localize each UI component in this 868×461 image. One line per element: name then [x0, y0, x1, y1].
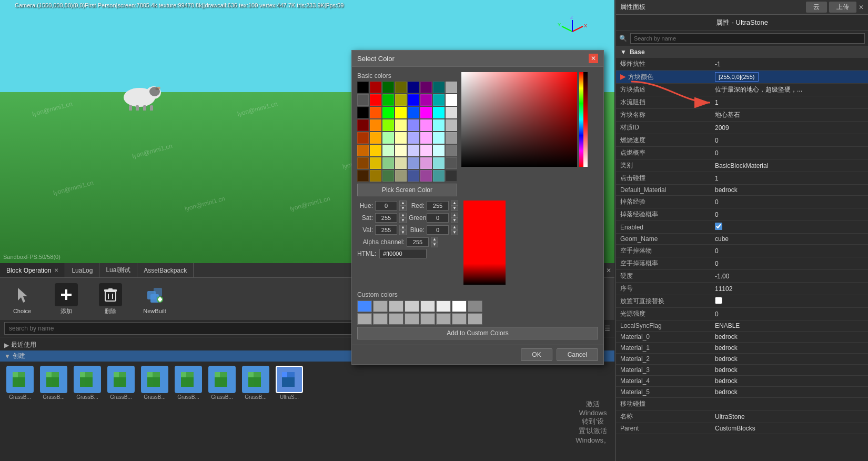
- sat-down[interactable]: ▼: [399, 218, 407, 223]
- custom-swatch[interactable]: [389, 313, 403, 325]
- color-swatch[interactable]: [370, 82, 381, 93]
- tab-close-all-icon[interactable]: ✕: [606, 267, 611, 274]
- sat-up[interactable]: ▲: [399, 213, 407, 218]
- color-swatch[interactable]: [395, 145, 407, 156]
- color-swatch[interactable]: [408, 94, 419, 106]
- list-item[interactable]: GrassB...: [4, 366, 36, 400]
- green-up[interactable]: ▲: [451, 213, 458, 218]
- choice-tool[interactable]: Choice: [11, 284, 34, 314]
- props-scroll[interactable]: 爆炸抗性-1▶方块颜色[255,0,0](255)方块描述位于最深的地心，超级坚…: [616, 58, 868, 461]
- table-row[interactable]: 爆炸抗性-1: [616, 58, 868, 71]
- color-swatch[interactable]: [370, 132, 381, 144]
- table-row[interactable]: ParentCustomBlocks: [616, 423, 868, 434]
- color-swatch[interactable]: [420, 132, 432, 144]
- list-item[interactable]: GrassB...: [105, 366, 137, 400]
- color-swatch[interactable]: [433, 119, 445, 131]
- color-gradient[interactable]: [461, 72, 577, 167]
- color-swatch[interactable]: [446, 145, 457, 156]
- search-menu-icon[interactable]: ☰: [604, 325, 610, 332]
- color-swatch[interactable]: [433, 157, 445, 169]
- add-to-custom-button[interactable]: Add to Custom Colors: [357, 327, 598, 339]
- red-input[interactable]: [427, 201, 449, 211]
- color-swatch[interactable]: [420, 170, 432, 182]
- color-swatch[interactable]: [395, 107, 407, 118]
- color-swatch[interactable]: [446, 107, 457, 118]
- color-swatch[interactable]: [370, 157, 381, 169]
- color-swatch[interactable]: [446, 132, 457, 144]
- blue-input[interactable]: [427, 225, 449, 235]
- add-tool[interactable]: 添加: [55, 283, 78, 315]
- table-row[interactable]: 燃烧速度0: [616, 134, 868, 147]
- color-swatch[interactable]: [408, 170, 419, 182]
- color-swatch[interactable]: [420, 157, 432, 169]
- list-item[interactable]: GrassB...: [173, 366, 204, 400]
- color-swatch[interactable]: [420, 107, 432, 118]
- table-row[interactable]: Default_Materialbedrock: [616, 185, 868, 196]
- delete-tool[interactable]: 删除: [99, 283, 122, 315]
- color-swatch[interactable]: [446, 157, 457, 169]
- color-swatch[interactable]: [382, 107, 394, 118]
- custom-swatch[interactable]: [468, 313, 482, 325]
- color-swatch[interactable]: [408, 132, 419, 144]
- color-swatch[interactable]: [382, 132, 394, 144]
- dialog-close-button[interactable]: ✕: [589, 54, 598, 63]
- color-swatch[interactable]: [357, 82, 369, 93]
- color-swatch[interactable]: [395, 132, 407, 144]
- table-row[interactable]: 序号11102: [616, 283, 868, 295]
- color-swatch[interactable]: [370, 119, 381, 131]
- custom-swatch[interactable]: [373, 300, 388, 312]
- blue-up[interactable]: ▲: [451, 225, 458, 230]
- color-swatch[interactable]: [420, 94, 432, 106]
- color-swatch[interactable]: [357, 132, 369, 144]
- table-row[interactable]: 硬度-1.00: [616, 270, 868, 283]
- table-row[interactable]: Material_3bedrock: [616, 365, 868, 376]
- cloud-button[interactable]: 云: [806, 2, 827, 13]
- table-row[interactable]: 移动碰撞: [616, 398, 868, 410]
- custom-swatch[interactable]: [373, 313, 388, 325]
- table-row[interactable]: 掉落经验0: [616, 196, 868, 208]
- color-swatch[interactable]: [357, 157, 369, 169]
- newbuilt-tool[interactable]: NewBuilt: [143, 284, 166, 314]
- red-up[interactable]: ▲: [451, 201, 458, 206]
- color-swatch[interactable]: [395, 82, 407, 93]
- custom-swatch[interactable]: [452, 313, 467, 325]
- list-item[interactable]: UltraS...: [274, 366, 305, 400]
- cancel-button[interactable]: Cancel: [557, 348, 598, 361]
- table-row[interactable]: 类别BasicBlockMaterial: [616, 159, 868, 172]
- color-swatch[interactable]: [395, 170, 407, 182]
- val-up[interactable]: ▲: [399, 225, 407, 230]
- color-swatch[interactable]: [433, 170, 445, 182]
- color-swatch[interactable]: [382, 82, 394, 93]
- custom-swatch[interactable]: [357, 313, 372, 325]
- color-swatch[interactable]: [446, 94, 457, 106]
- color-swatch[interactable]: [433, 82, 445, 93]
- color-swatch[interactable]: [357, 107, 369, 118]
- table-row[interactable]: 点击碰撞1: [616, 172, 868, 185]
- tab-block-operation[interactable]: Block Operation ✕: [0, 263, 65, 277]
- table-row[interactable]: 放置可直接替换: [616, 295, 868, 308]
- table-row[interactable]: ▶方块颜色[255,0,0](255): [616, 71, 868, 84]
- val-input[interactable]: [375, 225, 397, 235]
- custom-swatch[interactable]: [436, 300, 451, 312]
- color-swatch[interactable]: [433, 132, 445, 144]
- custom-swatch[interactable]: [468, 300, 482, 312]
- table-row[interactable]: Material_1bedrock: [616, 343, 868, 354]
- list-item[interactable]: GrassB...: [38, 366, 69, 400]
- red-down[interactable]: ▼: [451, 206, 458, 211]
- custom-swatch[interactable]: [420, 300, 435, 312]
- color-swatch[interactable]: [395, 157, 407, 169]
- color-swatch[interactable]: [408, 119, 419, 131]
- table-row[interactable]: Material_5bedrock: [616, 387, 868, 398]
- val-down[interactable]: ▼: [399, 230, 407, 235]
- color-swatch[interactable]: [446, 82, 457, 93]
- custom-swatch[interactable]: [452, 300, 467, 312]
- color-swatch[interactable]: [420, 82, 432, 93]
- table-row[interactable]: Material_0bedrock: [616, 332, 868, 343]
- sat-input[interactable]: [375, 213, 397, 223]
- tab-luai[interactable]: Luai测试: [99, 263, 137, 277]
- blue-down[interactable]: ▼: [451, 230, 458, 235]
- alpha-up[interactable]: ▲: [431, 237, 438, 242]
- custom-swatch[interactable]: [405, 313, 419, 325]
- hue-up[interactable]: ▲: [399, 201, 407, 206]
- color-swatch[interactable]: [433, 107, 445, 118]
